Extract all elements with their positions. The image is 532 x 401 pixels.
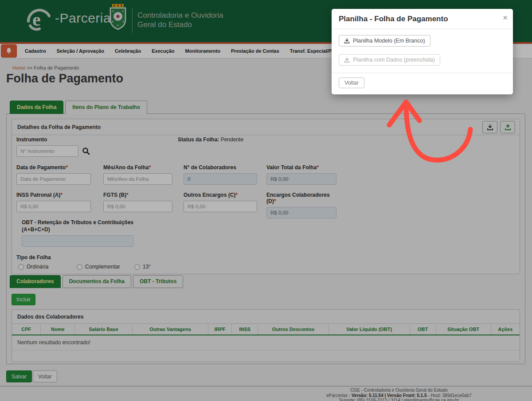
download-icon xyxy=(344,57,350,63)
planilha-modelo-button[interactable]: Planilha Modelo (Em Branco) xyxy=(339,35,430,47)
modal-footer: Voltar xyxy=(332,73,513,94)
modal-voltar-button[interactable]: Voltar xyxy=(339,78,364,88)
modal-header: Planilha - Folha de Pagamento × xyxy=(332,9,513,29)
download-icon xyxy=(344,38,350,44)
modal-close-button[interactable]: × xyxy=(503,13,508,22)
planilha-com-dados-button[interactable]: Planilha com Dados (preenchida) xyxy=(339,54,440,66)
eparcerias-app: e -Parcerias Controladoria e Ouvidoria G… xyxy=(0,0,532,401)
modal-body: Planilha Modelo (Em Branco) Planilha com… xyxy=(332,29,513,73)
planilha-modal: Planilha - Folha de Pagamento × Planilha… xyxy=(332,9,513,94)
modal-title: Planilha - Folha de Pagamento xyxy=(339,15,448,23)
